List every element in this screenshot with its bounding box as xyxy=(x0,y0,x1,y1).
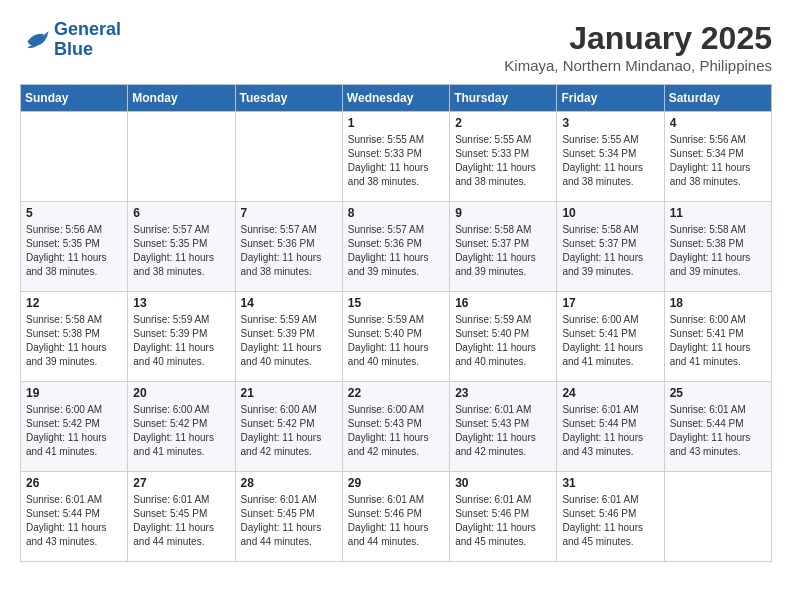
day-number: 4 xyxy=(670,116,766,130)
calendar-cell: 7Sunrise: 5:57 AM Sunset: 5:36 PM Daylig… xyxy=(235,202,342,292)
calendar-week-row: 26Sunrise: 6:01 AM Sunset: 5:44 PM Dayli… xyxy=(21,472,772,562)
day-info: Sunrise: 6:01 AM Sunset: 5:44 PM Dayligh… xyxy=(26,493,122,549)
calendar-cell: 23Sunrise: 6:01 AM Sunset: 5:43 PM Dayli… xyxy=(450,382,557,472)
logo-bird-icon xyxy=(20,26,50,54)
calendar-cell: 15Sunrise: 5:59 AM Sunset: 5:40 PM Dayli… xyxy=(342,292,449,382)
day-number: 14 xyxy=(241,296,337,310)
day-number: 23 xyxy=(455,386,551,400)
day-number: 30 xyxy=(455,476,551,490)
day-number: 31 xyxy=(562,476,658,490)
calendar-cell: 14Sunrise: 5:59 AM Sunset: 5:39 PM Dayli… xyxy=(235,292,342,382)
calendar-cell: 27Sunrise: 6:01 AM Sunset: 5:45 PM Dayli… xyxy=(128,472,235,562)
calendar-cell: 10Sunrise: 5:58 AM Sunset: 5:37 PM Dayli… xyxy=(557,202,664,292)
day-header-tuesday: Tuesday xyxy=(235,85,342,112)
day-number: 24 xyxy=(562,386,658,400)
calendar-header-row: SundayMondayTuesdayWednesdayThursdayFrid… xyxy=(21,85,772,112)
day-number: 28 xyxy=(241,476,337,490)
calendar-cell xyxy=(21,112,128,202)
calendar-table: SundayMondayTuesdayWednesdayThursdayFrid… xyxy=(20,84,772,562)
day-header-saturday: Saturday xyxy=(664,85,771,112)
day-header-wednesday: Wednesday xyxy=(342,85,449,112)
day-number: 11 xyxy=(670,206,766,220)
calendar-week-row: 19Sunrise: 6:00 AM Sunset: 5:42 PM Dayli… xyxy=(21,382,772,472)
day-number: 12 xyxy=(26,296,122,310)
day-header-sunday: Sunday xyxy=(21,85,128,112)
day-info: Sunrise: 5:58 AM Sunset: 5:38 PM Dayligh… xyxy=(26,313,122,369)
day-number: 7 xyxy=(241,206,337,220)
page-header: General Blue January 2025 Kimaya, Northe… xyxy=(20,20,772,74)
calendar-cell: 8Sunrise: 5:57 AM Sunset: 5:36 PM Daylig… xyxy=(342,202,449,292)
month-title: January 2025 xyxy=(504,20,772,57)
day-number: 5 xyxy=(26,206,122,220)
logo-line1: General xyxy=(54,19,121,39)
day-number: 27 xyxy=(133,476,229,490)
calendar-cell: 19Sunrise: 6:00 AM Sunset: 5:42 PM Dayli… xyxy=(21,382,128,472)
day-number: 26 xyxy=(26,476,122,490)
day-info: Sunrise: 6:00 AM Sunset: 5:42 PM Dayligh… xyxy=(26,403,122,459)
calendar-cell xyxy=(128,112,235,202)
day-number: 6 xyxy=(133,206,229,220)
day-number: 29 xyxy=(348,476,444,490)
day-number: 19 xyxy=(26,386,122,400)
calendar-cell: 16Sunrise: 5:59 AM Sunset: 5:40 PM Dayli… xyxy=(450,292,557,382)
calendar-cell: 17Sunrise: 6:00 AM Sunset: 5:41 PM Dayli… xyxy=(557,292,664,382)
day-info: Sunrise: 5:57 AM Sunset: 5:36 PM Dayligh… xyxy=(348,223,444,279)
calendar-cell: 3Sunrise: 5:55 AM Sunset: 5:34 PM Daylig… xyxy=(557,112,664,202)
day-info: Sunrise: 5:55 AM Sunset: 5:33 PM Dayligh… xyxy=(348,133,444,189)
calendar-cell: 25Sunrise: 6:01 AM Sunset: 5:44 PM Dayli… xyxy=(664,382,771,472)
calendar-cell: 2Sunrise: 5:55 AM Sunset: 5:33 PM Daylig… xyxy=(450,112,557,202)
calendar-cell xyxy=(664,472,771,562)
day-number: 16 xyxy=(455,296,551,310)
calendar-cell: 28Sunrise: 6:01 AM Sunset: 5:45 PM Dayli… xyxy=(235,472,342,562)
calendar-cell: 22Sunrise: 6:00 AM Sunset: 5:43 PM Dayli… xyxy=(342,382,449,472)
day-info: Sunrise: 6:01 AM Sunset: 5:44 PM Dayligh… xyxy=(562,403,658,459)
calendar-week-row: 5Sunrise: 5:56 AM Sunset: 5:35 PM Daylig… xyxy=(21,202,772,292)
calendar-cell: 29Sunrise: 6:01 AM Sunset: 5:46 PM Dayli… xyxy=(342,472,449,562)
day-info: Sunrise: 5:59 AM Sunset: 5:39 PM Dayligh… xyxy=(241,313,337,369)
calendar-cell: 4Sunrise: 5:56 AM Sunset: 5:34 PM Daylig… xyxy=(664,112,771,202)
day-header-thursday: Thursday xyxy=(450,85,557,112)
calendar-cell: 13Sunrise: 5:59 AM Sunset: 5:39 PM Dayli… xyxy=(128,292,235,382)
day-info: Sunrise: 5:58 AM Sunset: 5:37 PM Dayligh… xyxy=(455,223,551,279)
calendar-cell: 30Sunrise: 6:01 AM Sunset: 5:46 PM Dayli… xyxy=(450,472,557,562)
logo-line2: Blue xyxy=(54,39,93,59)
day-number: 18 xyxy=(670,296,766,310)
day-info: Sunrise: 5:59 AM Sunset: 5:39 PM Dayligh… xyxy=(133,313,229,369)
day-number: 22 xyxy=(348,386,444,400)
day-number: 21 xyxy=(241,386,337,400)
logo: General Blue xyxy=(20,20,121,60)
day-number: 8 xyxy=(348,206,444,220)
day-info: Sunrise: 6:01 AM Sunset: 5:46 PM Dayligh… xyxy=(348,493,444,549)
calendar-week-row: 1Sunrise: 5:55 AM Sunset: 5:33 PM Daylig… xyxy=(21,112,772,202)
day-info: Sunrise: 5:59 AM Sunset: 5:40 PM Dayligh… xyxy=(455,313,551,369)
day-number: 15 xyxy=(348,296,444,310)
day-number: 2 xyxy=(455,116,551,130)
location-subtitle: Kimaya, Northern Mindanao, Philippines xyxy=(504,57,772,74)
day-info: Sunrise: 5:58 AM Sunset: 5:38 PM Dayligh… xyxy=(670,223,766,279)
day-header-monday: Monday xyxy=(128,85,235,112)
day-info: Sunrise: 6:00 AM Sunset: 5:42 PM Dayligh… xyxy=(133,403,229,459)
day-number: 3 xyxy=(562,116,658,130)
day-info: Sunrise: 5:59 AM Sunset: 5:40 PM Dayligh… xyxy=(348,313,444,369)
day-info: Sunrise: 6:01 AM Sunset: 5:45 PM Dayligh… xyxy=(133,493,229,549)
day-info: Sunrise: 6:00 AM Sunset: 5:42 PM Dayligh… xyxy=(241,403,337,459)
day-info: Sunrise: 6:01 AM Sunset: 5:44 PM Dayligh… xyxy=(670,403,766,459)
calendar-cell: 6Sunrise: 5:57 AM Sunset: 5:35 PM Daylig… xyxy=(128,202,235,292)
calendar-cell: 1Sunrise: 5:55 AM Sunset: 5:33 PM Daylig… xyxy=(342,112,449,202)
day-info: Sunrise: 5:57 AM Sunset: 5:35 PM Dayligh… xyxy=(133,223,229,279)
day-number: 17 xyxy=(562,296,658,310)
calendar-cell: 31Sunrise: 6:01 AM Sunset: 5:46 PM Dayli… xyxy=(557,472,664,562)
day-number: 25 xyxy=(670,386,766,400)
day-number: 1 xyxy=(348,116,444,130)
calendar-cell: 11Sunrise: 5:58 AM Sunset: 5:38 PM Dayli… xyxy=(664,202,771,292)
day-info: Sunrise: 6:01 AM Sunset: 5:46 PM Dayligh… xyxy=(455,493,551,549)
day-number: 10 xyxy=(562,206,658,220)
day-number: 9 xyxy=(455,206,551,220)
calendar-cell xyxy=(235,112,342,202)
calendar-cell: 24Sunrise: 6:01 AM Sunset: 5:44 PM Dayli… xyxy=(557,382,664,472)
calendar-cell: 12Sunrise: 5:58 AM Sunset: 5:38 PM Dayli… xyxy=(21,292,128,382)
day-info: Sunrise: 5:56 AM Sunset: 5:34 PM Dayligh… xyxy=(670,133,766,189)
day-info: Sunrise: 5:56 AM Sunset: 5:35 PM Dayligh… xyxy=(26,223,122,279)
day-info: Sunrise: 6:00 AM Sunset: 5:41 PM Dayligh… xyxy=(670,313,766,369)
day-number: 20 xyxy=(133,386,229,400)
